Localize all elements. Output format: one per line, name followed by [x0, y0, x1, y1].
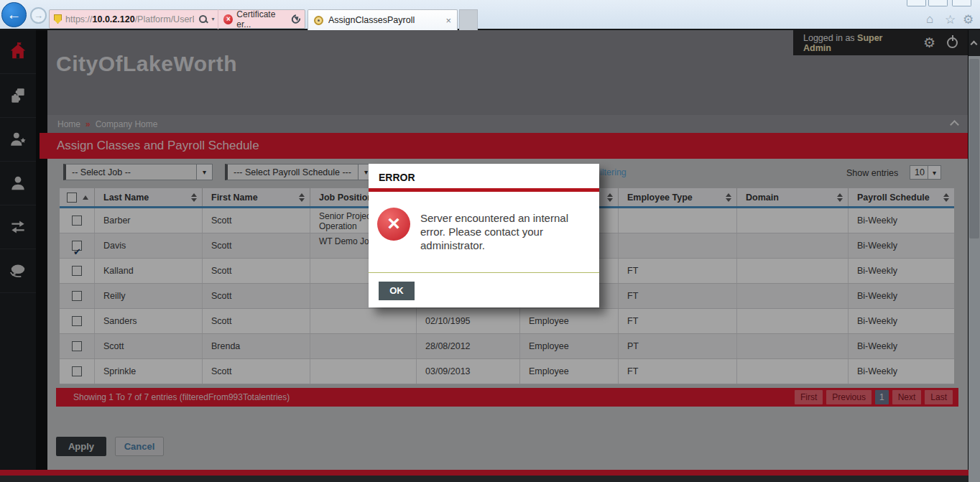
certificate-error-label: Certificate er... [236, 9, 288, 29]
minimize-button[interactable] [907, 0, 926, 6]
forward-button[interactable]: → [30, 7, 47, 24]
error-dialog-accent-bar [369, 188, 599, 192]
tab-close-icon[interactable]: × [445, 15, 451, 26]
ok-button[interactable]: OK [379, 282, 415, 300]
url-text: https://10.0.2.120/Platform/UserDe [65, 14, 194, 24]
certificate-warning[interactable]: × Certificate er... [218, 9, 300, 29]
error-message: Server encountered an internal error. Pl… [420, 211, 577, 252]
security-shield-icon [54, 14, 62, 24]
browser-settings-gear-icon[interactable]: ⚙ [963, 12, 974, 27]
error-x-icon: × [377, 208, 410, 241]
certificate-error-icon: × [223, 14, 233, 24]
close-window-button[interactable] [952, 0, 971, 6]
screen: ← → https://10.0.2.120/Platform/UserDe ▾… [0, 0, 980, 482]
maximize-button[interactable] [928, 0, 948, 6]
browser-tab[interactable]: AssignClassesPayroll × [308, 9, 458, 30]
new-tab-area[interactable] [459, 9, 478, 30]
refresh-icon[interactable] [292, 14, 300, 24]
address-bar[interactable]: https://10.0.2.120/Platform/UserDe ▾ × C… [49, 9, 305, 29]
error-dialog-divider [369, 272, 599, 273]
tab-title: AssignClassesPayroll [328, 15, 440, 25]
tab-favicon-icon [314, 16, 323, 25]
search-icon[interactable] [199, 15, 208, 24]
favorites-star-icon[interactable]: ☆ [945, 12, 956, 27]
back-button[interactable]: ← [1, 2, 27, 27]
address-dropdown-icon[interactable]: ▾ [211, 16, 214, 22]
browser-chrome: ← → https://10.0.2.120/Platform/UserDe ▾… [0, 0, 980, 30]
error-dialog: ERROR × Server encountered an internal e… [369, 164, 599, 307]
error-dialog-title: ERROR [379, 172, 415, 183]
home-icon[interactable]: ⌂ [926, 12, 933, 27]
